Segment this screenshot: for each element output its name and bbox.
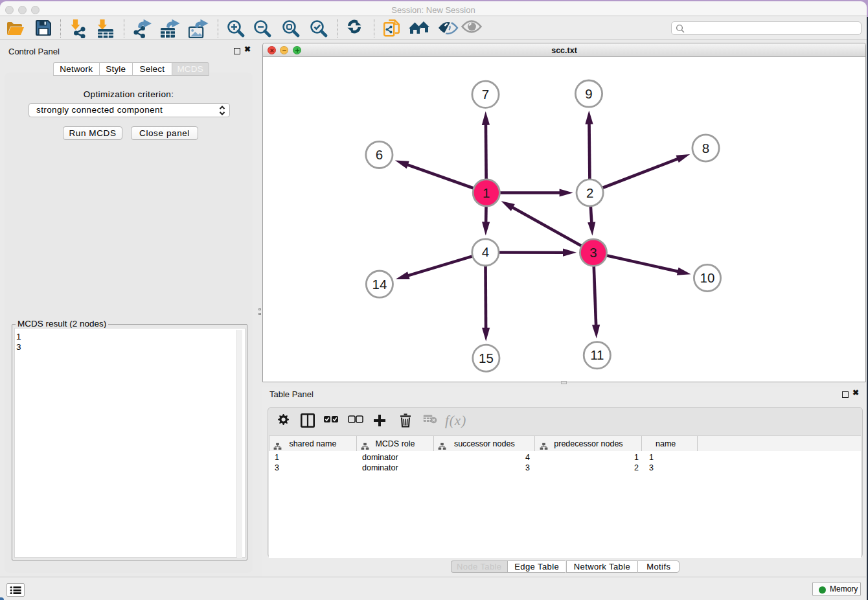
svg-text:9: 9 — [585, 86, 592, 101]
svg-text:2: 2 — [586, 185, 593, 200]
svg-text:6: 6 — [376, 147, 383, 162]
svg-text:8: 8 — [702, 141, 709, 156]
svg-text:1: 1 — [483, 185, 490, 200]
svg-text:11: 11 — [590, 347, 604, 362]
svg-text:3: 3 — [589, 245, 597, 260]
svg-text:14: 14 — [372, 277, 387, 292]
svg-text:15: 15 — [479, 351, 494, 365]
svg-text:4: 4 — [482, 244, 489, 259]
svg-text:10: 10 — [700, 270, 715, 285]
svg-text:7: 7 — [482, 87, 489, 102]
